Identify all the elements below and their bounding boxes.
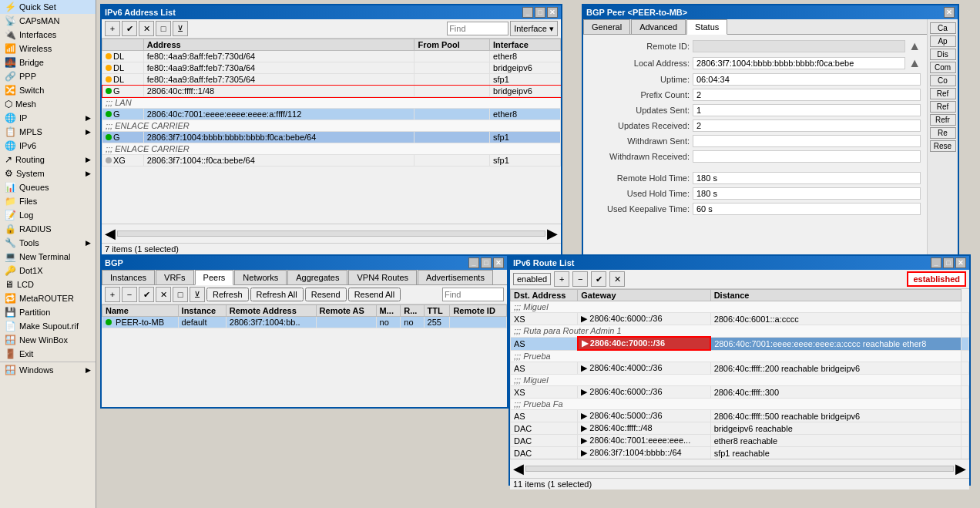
sidebar-item-lcd[interactable]: 🖥 LCD <box>0 278 96 291</box>
tab-networks[interactable]: Networks <box>234 270 287 284</box>
bgp-copy-btn[interactable]: □ <box>173 287 188 302</box>
sidebar-item-radius[interactable]: 🔒 RADIUS <box>0 222 96 236</box>
ipv6route-close-btn[interactable]: ✕ <box>955 257 966 268</box>
sidebar-item-partition[interactable]: 💾 Partition <box>0 305 96 319</box>
ipv6-address-titlebar[interactable]: IPv6 Address List _ □ ✕ <box>102 5 561 19</box>
bgp-refresh-btn[interactable]: Refresh <box>206 288 249 301</box>
table-row[interactable]: ;;; Miguel <box>511 301 969 313</box>
ipv6route-minimize-btn[interactable]: _ <box>931 257 941 268</box>
bgp-peer-rese-btn[interactable]: Rese <box>930 140 956 152</box>
ipv6-scrollbar[interactable]: ◀ ▶ <box>102 224 561 243</box>
route-remove-btn[interactable]: − <box>572 271 588 287</box>
bgp-remove-btn[interactable]: − <box>122 287 137 302</box>
ipv6-route-titlebar[interactable]: IPv6 Route List _ □ ✕ <box>510 256 969 270</box>
sidebar-item-ip[interactable]: 🌐 IP ▶ <box>0 111 96 125</box>
table-row[interactable]: AS ▶ 2806:40c:5000::/36 2806:40c:ffff::5… <box>511 410 969 422</box>
ipv6route-maximize-btn[interactable]: □ <box>943 257 954 268</box>
sidebar-item-newterminal[interactable]: 💻 New Terminal <box>0 250 96 264</box>
bgp-peer-titlebar[interactable]: BGP Peer <PEER-to-MB> ✕ <box>583 5 958 19</box>
sidebar-item-dot1x[interactable]: 🔑 Dot1X <box>0 264 96 278</box>
tab-general[interactable]: General <box>583 19 630 34</box>
table-row[interactable]: ;;; ENLACE CARRIER <box>102 120 561 132</box>
sidebar-item-tools[interactable]: 🔧 Tools ▶ <box>0 236 96 250</box>
table-row[interactable]: XS ▶ 2806:40c:6000::/36 2806:40c:6001::a… <box>511 313 969 325</box>
sidebar-item-bridge[interactable]: 🌉 Bridge <box>0 56 96 69</box>
remoteid-arrow[interactable]: ▲ <box>908 39 921 53</box>
sidebar-item-system[interactable]: ⚙ System ▶ <box>0 167 96 180</box>
bgp-refreshall-btn[interactable]: Refresh All <box>250 288 304 301</box>
ipv6-add-btn[interactable]: + <box>105 21 120 36</box>
scroll-left-btn[interactable]: ◀ <box>105 225 116 242</box>
table-row[interactable]: XG 2806:3f7:1004::f0ca:bebe/64 sfp1 <box>102 155 561 167</box>
table-row[interactable]: ;;; LAN <box>102 97 561 109</box>
bgp-peer-ref1-btn[interactable]: Ref <box>930 88 956 99</box>
sidebar-item-capsman[interactable]: 📡 CAPsMAN <box>0 14 96 28</box>
route-hscrollbar[interactable] <box>525 466 954 472</box>
bgp-find-input[interactable] <box>442 288 504 301</box>
ipv6-disable-btn[interactable]: ✕ <box>139 21 154 36</box>
ipv6-interface-dropdown[interactable]: Interface ▾ <box>510 21 558 36</box>
bgp-peer-dis-btn[interactable]: Dis <box>930 49 956 60</box>
route-scroll-right[interactable]: ▶ <box>955 460 966 477</box>
bgp-peer-ca-btn[interactable]: Ca <box>930 22 956 34</box>
route-add-btn[interactable]: + <box>554 271 569 287</box>
ipv6-minimize-btn[interactable]: _ <box>522 7 533 18</box>
table-row[interactable]: G 2806:40c:7001:eeee:eeee:eeee:a:ffff/11… <box>102 109 561 120</box>
sidebar-item-ipv6[interactable]: 🌐 IPv6 <box>0 139 96 153</box>
sidebar-item-log[interactable]: 📝 Log <box>0 208 96 222</box>
ipv6-hscrollbar[interactable] <box>117 230 545 237</box>
sidebar-item-metarouter[interactable]: 🔁 MetaROUTER <box>0 291 96 305</box>
bgp-resend-btn[interactable]: Resend <box>305 288 347 301</box>
sidebar-item-interfaces[interactable]: 🔌 Interfaces <box>0 28 96 42</box>
sidebar-item-exit[interactable]: 🚪 Exit <box>0 347 96 361</box>
bgp-close-btn[interactable]: ✕ <box>493 257 504 268</box>
table-row[interactable]: G 2806:40c:ffff::1/48 bridgeipv6 <box>102 86 561 97</box>
ipv6-enable-btn[interactable]: ✔ <box>122 21 137 36</box>
table-row[interactable]: DAC ▶ 2806:40c:ffff::/48 bridgeipv6 reac… <box>511 422 969 435</box>
bgp-enable-btn[interactable]: ✔ <box>139 287 154 302</box>
sidebar-item-quickset[interactable]: ⚡ Quick Set <box>0 0 96 14</box>
sidebar-item-wireless[interactable]: 📶 Wireless <box>0 42 96 56</box>
tab-advertisements[interactable]: Advertisements <box>418 270 493 284</box>
localaddr-arrow[interactable]: ▲ <box>908 56 921 70</box>
tab-status[interactable]: Status <box>686 19 727 35</box>
sidebar-item-ppp[interactable]: 🔗 PPP <box>0 69 96 83</box>
route-scrollbar[interactable]: ◀ ▶ <box>510 459 969 478</box>
ipv6-close-btn[interactable]: ✕ <box>547 7 558 18</box>
table-row[interactable]: DL fe80::4aa9:8aff:feb7:730a/64 bridgeip… <box>102 62 561 74</box>
ipv6-maximize-btn[interactable]: □ <box>535 7 545 18</box>
sidebar-item-makesupout[interactable]: 📄 Make Supout.rif <box>0 319 96 333</box>
table-row[interactable]: DL fe80::4aa9:8aff:feb7:7305/64 sfp1 <box>102 74 561 86</box>
route-enable-btn[interactable]: ✔ <box>591 271 606 287</box>
table-row[interactable]: ;;; Prueba <box>511 350 969 362</box>
tab-vpn4routes[interactable]: VPN4 Routes <box>348 270 417 284</box>
table-row[interactable]: ;;; Ruta para Router Admin 1 <box>511 325 969 338</box>
bgp-add-btn[interactable]: + <box>105 287 120 302</box>
sidebar-item-mesh[interactable]: ⬡ Mesh <box>0 97 96 111</box>
bgp-peer-re-btn[interactable]: Re <box>930 127 956 139</box>
bgp-titlebar[interactable]: BGP _ □ ✕ <box>102 256 507 270</box>
bgp-peer-ap-btn[interactable]: Ap <box>930 35 956 47</box>
bgp-peer-ref2-btn[interactable]: Ref <box>930 101 956 113</box>
route-scroll-left[interactable]: ◀ <box>513 460 524 477</box>
tab-advanced[interactable]: Advanced <box>631 19 686 34</box>
bgp-filter-btn[interactable]: ⊻ <box>190 287 205 302</box>
table-row[interactable]: ;;; Miguel <box>511 375 969 386</box>
bgp-resendall-btn[interactable]: Resend All <box>348 288 401 301</box>
sidebar-item-switch[interactable]: 🔀 Switch <box>0 83 96 97</box>
table-row[interactable]: PEER-to-MB default 2806:3f7:1004:bb.. no… <box>102 317 507 328</box>
sidebar-item-routing[interactable]: ↗ Routing ▶ <box>0 153 96 167</box>
tab-instances[interactable]: Instances <box>102 270 155 284</box>
sidebar-item-mpls[interactable]: 📋 MPLS ▶ <box>0 125 96 139</box>
table-row[interactable]: G 2806:3f7:1004:bbbb:bbbb:bbbb:f0ca:bebe… <box>102 132 561 143</box>
sidebar-item-files[interactable]: 📁 Files <box>0 194 96 208</box>
scroll-right-btn[interactable]: ▶ <box>547 225 558 242</box>
bgp-disable-btn[interactable]: ✕ <box>156 287 171 302</box>
bgp-maximize-btn[interactable]: □ <box>481 257 492 268</box>
bgp-peer-co-btn[interactable]: Co <box>930 75 956 86</box>
sidebar-item-newwinbox[interactable]: 🪟 New WinBox <box>0 333 96 347</box>
tab-peers[interactable]: Peers <box>195 270 234 285</box>
bgp-minimize-btn[interactable]: _ <box>468 257 479 268</box>
bgppeer-close-btn[interactable]: ✕ <box>944 7 955 18</box>
table-row[interactable]: ;;; ENLACE CARRIER <box>102 143 561 155</box>
